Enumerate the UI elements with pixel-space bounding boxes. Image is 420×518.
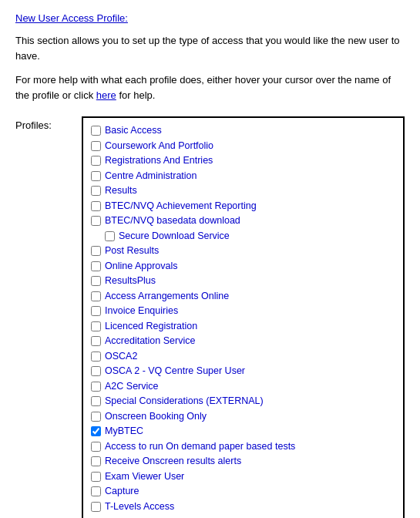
tlevels_access-checkbox[interactable] (91, 502, 101, 512)
centre_administration-checkbox[interactable] (91, 171, 101, 181)
mybtec-label[interactable]: MyBTEC (105, 425, 143, 439)
access_arrangements-checkbox[interactable] (91, 291, 101, 301)
list-item: OSCA 2 - VQ Centre Super User (91, 365, 395, 378)
list-item: Online Approvals (91, 260, 395, 274)
page-title[interactable]: New User Access Profile: (15, 12, 405, 24)
list-item: MyBTEC (91, 425, 395, 439)
btec_nvq_basedata-label[interactable]: BTEC/NVQ basedata download (105, 214, 240, 228)
registrations_entries-checkbox[interactable] (91, 156, 101, 166)
onscreen_booking-checkbox[interactable] (91, 412, 101, 422)
access_arrangements-label[interactable]: Access Arrangements Online (105, 290, 229, 304)
online_approvals-checkbox[interactable] (91, 261, 101, 271)
post_results-checkbox[interactable] (91, 246, 101, 256)
special_considerations-checkbox[interactable] (91, 396, 101, 406)
btec_nvq_achievement-label[interactable]: BTEC/NVQ Achievement Reporting (105, 200, 257, 214)
post_results-label[interactable]: Post Results (105, 244, 159, 258)
access_on_demand-label[interactable]: Access to run On demand paper based test… (105, 440, 295, 454)
secure_download-checkbox[interactable] (105, 231, 115, 241)
help-text: For more help with what each profile doe… (15, 72, 405, 103)
centre_administration-label[interactable]: Centre Administration (105, 170, 197, 183)
list-item: Accreditation Service (91, 335, 395, 348)
osca2_vq-checkbox[interactable] (91, 366, 101, 376)
invoice_enquiries-checkbox[interactable] (91, 306, 101, 316)
accreditation_service-label[interactable]: Accreditation Service (105, 335, 195, 348)
list-item: T-Levels Access (91, 500, 395, 514)
mybtec-checkbox[interactable] (91, 426, 101, 436)
list-item: BTEC/NVQ Achievement Reporting (91, 200, 395, 214)
profiles-box: Basic AccessCoursework And PortfolioRegi… (82, 116, 405, 518)
accreditation_service-checkbox[interactable] (91, 336, 101, 346)
list-item: Results (91, 184, 395, 198)
list-item: Special Considerations (EXTERNAL) (91, 395, 395, 409)
list-item: ResultsPlus (91, 274, 395, 288)
capture-label[interactable]: Capture (105, 485, 139, 499)
list-item: OSCA2 (91, 350, 395, 364)
basic_access-label[interactable]: Basic Access (105, 124, 162, 138)
access_on_demand-checkbox[interactable] (91, 442, 101, 452)
coursework_portfolio-label[interactable]: Coursework And Portfolio (105, 140, 213, 153)
help-text-after: for help. (119, 89, 155, 101)
osca2_vq-label[interactable]: OSCA 2 - VQ Centre Super User (105, 365, 245, 378)
list-item: Access to run On demand paper based test… (91, 440, 395, 454)
list-item: Invoice Enquiries (91, 304, 395, 318)
btec_nvq_basedata-checkbox[interactable] (91, 216, 101, 226)
coursework_portfolio-checkbox[interactable] (91, 141, 101, 151)
onscreen_booking-label[interactable]: Onscreen Booking Only (105, 410, 207, 424)
receive_onscreen-label[interactable]: Receive Onscreen results alerts (105, 455, 241, 469)
list-item: Receive Onscreen results alerts (91, 455, 395, 469)
osca2-label[interactable]: OSCA2 (105, 350, 137, 364)
results_plus-label[interactable]: ResultsPlus (105, 274, 156, 288)
list-item: Coursework And Portfolio (91, 140, 395, 153)
online_approvals-label[interactable]: Online Approvals (105, 260, 178, 274)
secure_download-label[interactable]: Secure Download Service (119, 230, 230, 244)
list-item: Registrations And Entries (91, 154, 395, 168)
results-checkbox[interactable] (91, 186, 101, 196)
list-item: Access Arrangements Online (91, 290, 395, 304)
licenced_registration-label[interactable]: Licenced Registration (105, 320, 197, 334)
help-text-before: For more help with what each profile doe… (15, 74, 391, 101)
capture-checkbox[interactable] (91, 486, 101, 496)
invoice_enquiries-label[interactable]: Invoice Enquiries (105, 304, 178, 318)
exam_viewer-label[interactable]: Exam Viewer User (105, 470, 184, 484)
tlevels_access-label[interactable]: T-Levels Access (105, 500, 174, 514)
list-item: Onscreen Booking Only (91, 410, 395, 424)
osca2-checkbox[interactable] (91, 352, 101, 362)
results_plus-checkbox[interactable] (91, 276, 101, 286)
list-item: Exam Viewer User (91, 470, 395, 484)
registrations_entries-label[interactable]: Registrations And Entries (105, 154, 213, 168)
special_considerations-label[interactable]: Special Considerations (EXTERNAL) (105, 395, 264, 409)
exam_viewer-checkbox[interactable] (91, 472, 101, 482)
list-item: Capture (91, 485, 395, 499)
list-item: Post Results (91, 244, 395, 258)
results-label[interactable]: Results (105, 184, 137, 198)
receive_onscreen-checkbox[interactable] (91, 456, 101, 466)
btec_nvq_achievement-checkbox[interactable] (91, 201, 101, 211)
description-1: This section allows you to set up the ty… (15, 33, 405, 63)
list-item: Licenced Registration (91, 320, 395, 334)
list-item: Basic Access (91, 124, 395, 138)
a2c_service-label[interactable]: A2C Service (105, 380, 158, 394)
list-item: BTEC/NVQ basedata download (91, 214, 395, 228)
licenced_registration-checkbox[interactable] (91, 321, 101, 331)
basic_access-checkbox[interactable] (91, 126, 101, 136)
help-link[interactable]: here (96, 89, 116, 101)
a2c_service-checkbox[interactable] (91, 382, 101, 392)
list-item: A2C Service (91, 380, 395, 394)
profiles-label: Profiles: (15, 116, 69, 131)
list-item: Centre Administration (91, 170, 395, 183)
list-item: Secure Download Service (105, 230, 395, 244)
